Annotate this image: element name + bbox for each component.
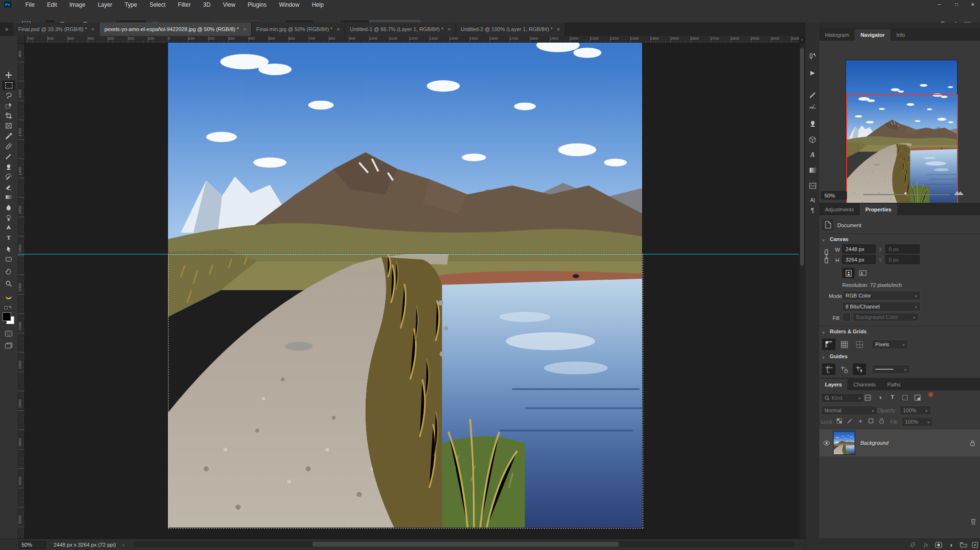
link-dimensions-icon[interactable] <box>823 248 830 265</box>
close-window-button[interactable]: ✕ <box>966 0 980 9</box>
pen-tool[interactable] <box>2 223 15 232</box>
new-layer-icon[interactable] <box>969 541 980 549</box>
minimize-button[interactable]: ─ <box>932 0 947 9</box>
actions-panel-icon[interactable]: ▶ <box>807 67 818 78</box>
navigator-zoom-field[interactable]: 50% <box>821 191 847 199</box>
lock-pixels-icon[interactable] <box>846 418 854 424</box>
layer-thumbnail[interactable] <box>834 431 855 454</box>
menu-select[interactable]: Select <box>143 1 171 8</box>
brush-tool[interactable] <box>2 152 15 161</box>
blur-tool[interactable] <box>2 203 15 212</box>
lock-position-icon[interactable]: + <box>857 418 864 424</box>
guide-style-dropdown[interactable]: ∨ <box>872 364 910 374</box>
dodge-tool[interactable] <box>2 213 15 222</box>
rectangular-marquee-tool[interactable] <box>2 80 15 90</box>
zoom-out-icon[interactable] <box>851 191 858 195</box>
tab-histogram[interactable]: Histogram <box>819 29 855 41</box>
lock-artboard-icon[interactable] <box>867 418 875 424</box>
menu-window[interactable]: Window <box>273 1 306 8</box>
lock-guides-button[interactable] <box>837 363 851 375</box>
zoom-tool[interactable] <box>2 279 15 288</box>
eyedropper-tool[interactable] <box>2 132 15 141</box>
close-icon[interactable]: × <box>557 26 560 32</box>
character-panel-icon[interactable]: A| <box>807 195 818 205</box>
menu-edit[interactable]: Edit <box>41 1 63 8</box>
smart-guides-button[interactable] <box>853 363 866 375</box>
chevron-down-icon[interactable]: ∨ <box>822 330 825 335</box>
add-layer-mask-icon[interactable] <box>933 541 944 549</box>
gradients-panel-icon[interactable] <box>807 165 818 176</box>
hand-tool[interactable] <box>2 266 15 276</box>
layer-filter-type[interactable]: Kind ∨ <box>821 393 864 403</box>
close-icon[interactable]: × <box>91 26 94 32</box>
vertical-ruler[interactable]: 8001000120014001600180020002200240026002… <box>17 43 25 539</box>
patterns-panel-icon[interactable] <box>807 180 818 191</box>
tab-paths[interactable]: Paths <box>881 379 906 390</box>
edit-toolbar-banana[interactable] <box>2 291 15 301</box>
link-layers-icon[interactable] <box>907 541 918 549</box>
tab-info[interactable]: Info <box>891 29 911 41</box>
doc-tab-pexels-active[interactable]: pexels-yo-amo-el-español-9422028.jpg @ 5… <box>100 22 251 36</box>
navigator-view-box[interactable] <box>846 94 958 208</box>
doc-tab-untitled-2[interactable]: Untitled-2 @ 100% (Layer 1, RGB/8#) * × <box>456 22 566 36</box>
close-icon[interactable]: × <box>243 26 246 32</box>
gradient-tool[interactable] <box>2 192 15 202</box>
new-adjustment-layer-icon[interactable]: ◑ <box>946 541 956 549</box>
layer-visibility-eye-icon[interactable] <box>819 440 834 446</box>
healing-brush-tool[interactable] <box>2 142 15 151</box>
glyphs-panel-icon[interactable]: A <box>807 150 818 160</box>
lock-transparency-icon[interactable] <box>835 418 843 424</box>
foreground-color-swatch[interactable] <box>2 312 11 321</box>
horizontal-scrollbar-thumb[interactable] <box>312 542 619 547</box>
filter-toggle-red-dot[interactable] <box>928 392 933 397</box>
delete-layer-icon[interactable] <box>969 518 977 526</box>
doc-tab-final-min[interactable]: Final-min.jpg @ 50% (RGB/8#) * × <box>252 22 345 36</box>
swap-colors-control[interactable] <box>2 304 15 313</box>
orientation-landscape-button[interactable] <box>857 268 869 278</box>
menu-view[interactable]: View <box>217 1 242 8</box>
layer-lock-icon[interactable] <box>970 440 975 446</box>
zoom-in-icon[interactable] <box>954 189 964 195</box>
lasso-tool[interactable] <box>2 90 15 100</box>
color-mode-dropdown[interactable]: RGB Color ∨ <box>842 291 921 300</box>
type-tool[interactable]: T <box>2 233 15 242</box>
canvas-width-input[interactable]: 2448 px <box>842 244 876 253</box>
doc-tab-final-psd[interactable]: Final.psd @ 33.3% (RGB/8) * × <box>13 22 100 36</box>
status-chevron-icon[interactable]: › <box>122 542 124 548</box>
scroll-up-icon[interactable]: ∧ <box>799 37 805 43</box>
menu-image[interactable]: Image <box>63 1 91 8</box>
tab-navigator[interactable]: Navigator <box>855 29 891 41</box>
menu-plugins[interactable]: Plugins <box>242 1 273 8</box>
zoom-level-field[interactable]: 50% <box>18 541 46 549</box>
slider-thumb-icon[interactable]: ▲ <box>903 190 908 195</box>
tab-layers[interactable]: Layers <box>819 379 847 390</box>
chevron-down-icon[interactable]: ∨ <box>822 355 825 360</box>
filter-smart-objects-icon[interactable] <box>913 394 922 401</box>
layer-row-background[interactable]: Background <box>819 429 980 456</box>
toggle-pixel-grid-button[interactable] <box>853 339 866 350</box>
bit-depth-dropdown[interactable]: 8 Bits/Channel ∨ <box>842 302 921 311</box>
ruler-origin-corner[interactable] <box>17 36 25 44</box>
tab-overflow-icon[interactable]: » <box>0 22 13 36</box>
chevron-down-icon[interactable]: ∨ <box>822 238 825 242</box>
new-group-icon[interactable] <box>958 541 969 549</box>
paragraph-panel-icon[interactable]: ¶ <box>807 205 818 216</box>
layer-name[interactable]: Background <box>860 440 889 446</box>
filter-adjustment-layers-icon[interactable]: ◑ <box>876 394 884 401</box>
lock-all-icon[interactable] <box>878 417 885 424</box>
brushes-panel-icon[interactable] <box>807 101 818 111</box>
menu-type[interactable]: Type <box>118 1 143 8</box>
foreground-background-colors[interactable] <box>2 312 15 325</box>
fill-color-swatch[interactable] <box>842 313 851 321</box>
history-brush-tool[interactable] <box>2 172 15 182</box>
history-panel-icon[interactable] <box>807 51 818 62</box>
menu-layer[interactable]: Layer <box>91 1 118 8</box>
filter-shape-layers-icon[interactable] <box>901 394 909 401</box>
canvas-height-input[interactable]: 3264 px <box>842 255 876 264</box>
tab-properties[interactable]: Properties <box>860 204 897 215</box>
frame-tool[interactable] <box>2 121 15 131</box>
filter-type-layers-icon[interactable]: T <box>888 394 897 400</box>
rectangle-tool[interactable] <box>2 254 15 264</box>
menu-help[interactable]: Help <box>306 1 330 8</box>
tab-adjustments[interactable]: Adjustments <box>819 204 860 215</box>
